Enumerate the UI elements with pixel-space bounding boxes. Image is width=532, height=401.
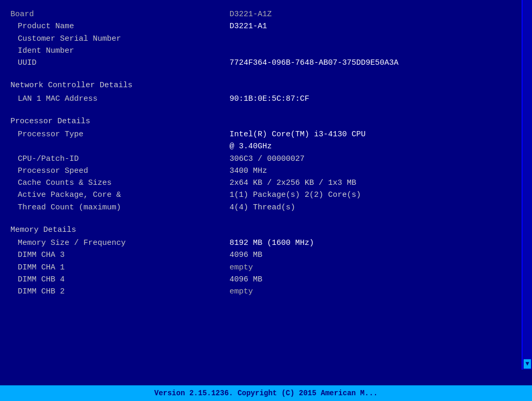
active-package-value: 1(1) Package(s) 2(2) Core(s) 4(4) Thread… (229, 189, 361, 214)
ident-label: Ident Number (10, 45, 229, 57)
board-row: Board D3221-A1Z (10, 8, 522, 20)
active-package-row: Active Package, Core & Thread Count (max… (10, 189, 522, 214)
processor-speed-value: 3400 MHz (229, 165, 267, 177)
dimm-chb2-value: empty (229, 286, 253, 298)
memory-size-row: Memory Size / Frequency 8192 MB (1600 MH… (10, 237, 522, 249)
product-name-value: D3221-A1 (229, 20, 267, 32)
bios-screen: Board D3221-A1Z Product Name D3221-A1 Cu… (0, 0, 532, 385)
customer-serial-row: Customer Serial Number (10, 33, 522, 45)
uuid-value: 7724F364-096B-7648-AB07-375DD9E50A3A (229, 57, 398, 69)
active-package-label: Active Package, Core & Thread Count (max… (10, 189, 229, 214)
cpu-patch-label: CPU-/Patch-ID (10, 153, 229, 165)
dimm-cha1-label: DIMM CHA 1 (10, 262, 229, 274)
uuid-row: UUID 7724F364-096B-7648-AB07-375DD9E50A3… (10, 57, 522, 69)
status-bar-text: Version 2.15.1236. Copyright (C) 2015 Am… (154, 389, 378, 397)
product-name-row: Product Name D3221-A1 (10, 20, 522, 32)
processor-type-value: Intel(R) Core(TM) i3-4130 CPU @ 3.40GHz (229, 128, 366, 153)
cpu-patch-value: 306C3 / 00000027 (229, 153, 305, 165)
dimm-chb4-value: 4096 MB (229, 274, 262, 286)
cpu-patch-row: CPU-/Patch-ID 306C3 / 00000027 (10, 153, 522, 165)
dimm-cha3-label: DIMM CHA 3 (10, 249, 229, 261)
product-name-label: Product Name (10, 20, 229, 32)
uuid-label: UUID (10, 57, 229, 69)
processor-type-label: Processor Type (10, 128, 229, 153)
lan-label: LAN 1 MAC Address (10, 93, 229, 105)
dimm-chb2-label: DIMM CHB 2 (10, 286, 229, 298)
processor-speed-row: Processor Speed 3400 MHz (10, 165, 522, 177)
lan-row: LAN 1 MAC Address 90:1B:0E:5C:87:CF (10, 93, 522, 105)
ident-row: Ident Number (10, 45, 522, 57)
memory-size-value: 8192 MB (1600 MHz) (229, 237, 314, 249)
dimm-chb4-label: DIMM CHB 4 (10, 274, 229, 286)
lan-value: 90:1B:0E:5C:87:CF (229, 93, 309, 105)
memory-size-label: Memory Size / Frequency (10, 237, 229, 249)
cache-value: 2x64 KB / 2x256 KB / 1x3 MB (229, 177, 356, 189)
cache-row: Cache Counts & Sizes 2x64 KB / 2x256 KB … (10, 177, 522, 189)
memory-header: Memory Details (10, 224, 522, 236)
scroll-down-arrow[interactable]: ▼ (524, 359, 531, 369)
board-label: Board (10, 8, 229, 20)
processor-type-row: Processor Type Intel(R) Core(TM) i3-4130… (10, 128, 522, 153)
dimm-chb4-row: DIMM CHB 4 4096 MB (10, 274, 522, 286)
customer-serial-label: Customer Serial Number (10, 33, 229, 45)
dimm-cha1-row: DIMM CHA 1 empty (10, 262, 522, 274)
status-bar: Version 2.15.1236. Copyright (C) 2015 Am… (0, 385, 532, 401)
dimm-cha1-value: empty (229, 262, 253, 274)
dimm-cha3-row: DIMM CHA 3 4096 MB (10, 249, 522, 261)
board-value: D3221-A1Z (229, 8, 272, 20)
network-header: Network Controller Details (10, 79, 522, 91)
processor-header: Processor Details (10, 115, 522, 127)
cache-label: Cache Counts & Sizes (10, 177, 229, 189)
dimm-cha3-value: 4096 MB (229, 249, 262, 261)
processor-speed-label: Processor Speed (10, 165, 229, 177)
dimm-chb2-row: DIMM CHB 2 empty (10, 286, 522, 298)
